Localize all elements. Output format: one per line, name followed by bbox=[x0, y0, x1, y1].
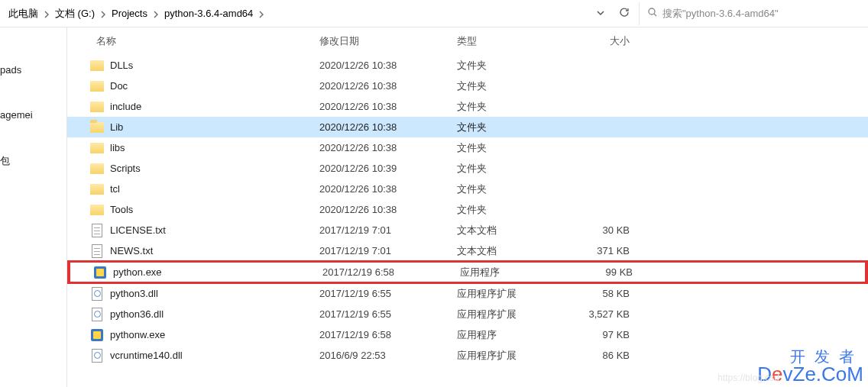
chevron-down-icon[interactable] bbox=[596, 7, 605, 21]
file-row[interactable]: python.exe2017/12/19 6:58应用程序99 KB bbox=[67, 260, 868, 284]
file-row[interactable]: libs2020/12/26 10:38文件夹 bbox=[67, 137, 868, 158]
file-row[interactable]: LICENSE.txt2017/12/19 7:01文本文档30 KB bbox=[67, 220, 868, 240]
file-size: 99 KB bbox=[567, 266, 651, 278]
file-date: 2016/6/9 22:53 bbox=[319, 350, 457, 361]
file-type: 应用程序扩展 bbox=[457, 287, 564, 301]
file-type: 文本文档 bbox=[457, 244, 564, 258]
search-placeholder: 搜索"python-3.6.4-amd64" bbox=[662, 7, 779, 21]
file-name: python36.dll bbox=[110, 308, 164, 320]
sidebar-item[interactable]: 包 bbox=[0, 148, 66, 174]
file-type: 文件夹 bbox=[457, 182, 564, 196]
file-type: 应用程序扩展 bbox=[457, 308, 564, 321]
file-date: 2020/12/26 10:38 bbox=[319, 101, 457, 112]
col-header-date[interactable]: 修改日期 bbox=[319, 34, 457, 48]
svg-point-0 bbox=[649, 8, 655, 15]
file-size: 58 KB bbox=[564, 288, 648, 299]
file-date: 2017/12/19 7:01 bbox=[319, 245, 457, 256]
file-name: Scripts bbox=[110, 163, 141, 174]
breadcrumb-item[interactable]: 此电脑 bbox=[6, 7, 40, 21]
file-name: Lib bbox=[110, 121, 123, 133]
dll-file-icon bbox=[90, 349, 104, 363]
refresh-icon[interactable] bbox=[619, 7, 630, 21]
file-date: 2020/12/26 10:38 bbox=[319, 204, 457, 215]
file-row[interactable]: pythonw.exe2017/12/19 6:58应用程序97 KB bbox=[67, 324, 868, 345]
watermark: https://blog.csd 开发者 DevZe.CoM bbox=[757, 349, 863, 384]
chevron-right-icon[interactable] bbox=[150, 8, 162, 18]
file-name: NEWS.txt bbox=[110, 245, 153, 256]
file-size: 30 KB bbox=[564, 224, 648, 236]
file-date: 2017/12/19 6:55 bbox=[319, 288, 457, 299]
folder-open-icon bbox=[90, 121, 104, 134]
file-row[interactable]: NEWS.txt2017/12/19 7:01文本文档371 KB bbox=[67, 240, 868, 261]
file-type: 文件夹 bbox=[457, 59, 564, 73]
breadcrumb-item[interactable]: Projects bbox=[109, 8, 150, 19]
main-area: padsagemei包 名称 修改日期 类型 大小 DLLs2020/12/26… bbox=[0, 27, 868, 387]
file-type: 应用程序扩展 bbox=[457, 349, 564, 363]
file-rows: DLLs2020/12/26 10:38文件夹Doc2020/12/26 10:… bbox=[67, 55, 868, 366]
col-header-type[interactable]: 类型 bbox=[457, 34, 564, 48]
file-date: 2017/12/19 6:58 bbox=[322, 266, 460, 278]
file-row[interactable]: include2020/12/26 10:38文件夹 bbox=[67, 96, 868, 117]
folder-icon bbox=[90, 100, 104, 114]
text-file-icon bbox=[90, 224, 104, 237]
folder-icon bbox=[90, 182, 104, 196]
file-type: 文件夹 bbox=[457, 141, 564, 155]
column-headers[interactable]: 名称 修改日期 类型 大小 bbox=[67, 27, 868, 55]
file-row[interactable]: tcl2020/12/26 10:38文件夹 bbox=[67, 179, 868, 199]
breadcrumb-item[interactable]: 文档 (G:) bbox=[53, 7, 97, 21]
file-type: 文本文档 bbox=[457, 224, 564, 237]
file-date: 2017/12/19 6:55 bbox=[319, 308, 457, 320]
watermark-cn: 开发者 bbox=[757, 349, 863, 364]
file-date: 2020/12/26 10:38 bbox=[319, 121, 457, 133]
file-row[interactable]: Tools2020/12/26 10:38文件夹 bbox=[67, 199, 868, 220]
dll-file-icon bbox=[90, 287, 104, 301]
file-row[interactable]: Doc2020/12/26 10:38文件夹 bbox=[67, 76, 868, 96]
folder-icon bbox=[90, 141, 104, 155]
file-date: 2017/12/19 7:01 bbox=[319, 224, 457, 236]
sidebar[interactable]: padsagemei包 bbox=[0, 27, 67, 387]
file-type: 文件夹 bbox=[457, 162, 564, 176]
file-row[interactable]: python3.dll2017/12/19 6:55应用程序扩展58 KB bbox=[67, 283, 868, 304]
file-date: 2017/12/19 6:58 bbox=[319, 329, 457, 340]
file-size: 371 KB bbox=[564, 245, 648, 256]
file-date: 2020/12/26 10:38 bbox=[319, 142, 457, 153]
file-name: libs bbox=[110, 142, 125, 153]
file-type: 文件夹 bbox=[457, 100, 564, 114]
sidebar-item[interactable]: agemei bbox=[0, 103, 66, 127]
folder-icon bbox=[90, 162, 104, 176]
folder-icon bbox=[90, 59, 104, 73]
file-type: 应用程序 bbox=[457, 328, 564, 342]
breadcrumb[interactable]: 此电脑文档 (G:)Projectspython-3.6.4-amd64 bbox=[0, 7, 587, 21]
file-type: 文件夹 bbox=[457, 203, 564, 217]
chevron-right-icon[interactable] bbox=[97, 8, 109, 18]
breadcrumb-item[interactable]: python-3.6.4-amd64 bbox=[162, 8, 255, 19]
col-header-size[interactable]: 大小 bbox=[564, 34, 648, 48]
chevron-right-icon[interactable] bbox=[255, 8, 267, 18]
file-name: tcl bbox=[110, 183, 120, 195]
file-name: include bbox=[110, 101, 141, 112]
file-date: 2020/12/26 10:38 bbox=[319, 80, 457, 92]
file-type: 应用程序 bbox=[460, 266, 567, 279]
col-header-name[interactable]: 名称 bbox=[75, 34, 319, 48]
exe-file-icon bbox=[93, 266, 107, 279]
file-name: pythonw.exe bbox=[110, 329, 165, 340]
file-name: python3.dll bbox=[110, 288, 158, 299]
text-file-icon bbox=[90, 244, 104, 258]
file-size: 3,527 KB bbox=[564, 308, 648, 320]
file-row[interactable]: Lib2020/12/26 10:38文件夹 bbox=[67, 117, 868, 137]
sidebar-item[interactable]: pads bbox=[0, 58, 66, 82]
file-row[interactable]: DLLs2020/12/26 10:38文件夹 bbox=[67, 55, 868, 76]
file-row[interactable]: Scripts2020/12/26 10:39文件夹 bbox=[67, 158, 868, 179]
file-list-pane: 名称 修改日期 类型 大小 DLLs2020/12/26 10:38文件夹Doc… bbox=[67, 27, 868, 387]
search-input[interactable]: 搜索"python-3.6.4-amd64" bbox=[639, 2, 868, 25]
file-row[interactable]: vcruntime140.dll2016/6/9 22:53应用程序扩展86 K… bbox=[67, 345, 868, 366]
file-type: 文件夹 bbox=[457, 121, 564, 134]
file-name: python.exe bbox=[113, 266, 162, 278]
file-row[interactable]: python36.dll2017/12/19 6:55应用程序扩展3,527 K… bbox=[67, 304, 868, 324]
file-date: 2020/12/26 10:38 bbox=[319, 60, 457, 71]
file-date: 2020/12/26 10:38 bbox=[319, 183, 457, 195]
search-icon bbox=[647, 7, 658, 20]
chevron-right-icon[interactable] bbox=[40, 8, 53, 18]
dll-file-icon bbox=[90, 308, 104, 321]
file-type: 文件夹 bbox=[457, 79, 564, 93]
